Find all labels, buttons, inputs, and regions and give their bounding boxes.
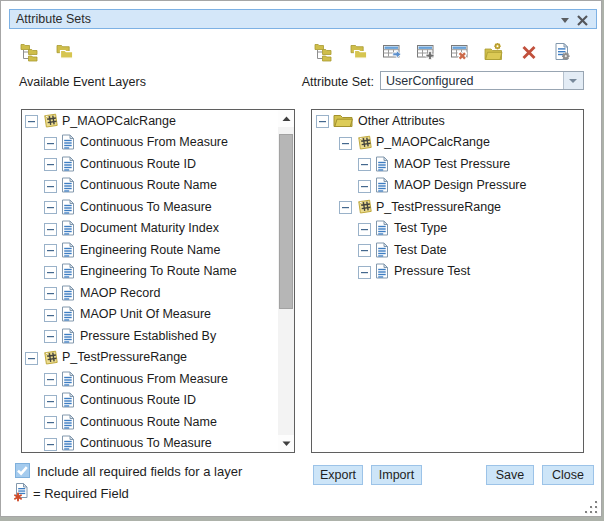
tree-item[interactable]: P_MAOPCalcRange xyxy=(22,110,278,132)
tree-item[interactable]: Continuous Route Name xyxy=(22,411,278,433)
tree-item-label: Document Maturity Index xyxy=(80,221,219,235)
collapse-event-layers-button[interactable] xyxy=(54,44,74,64)
export-button[interactable]: Export xyxy=(313,465,363,485)
required-field-legend: = Required Field xyxy=(33,486,129,501)
tree-item-label: Continuous Route Name xyxy=(80,178,217,192)
collapse-expander-icon[interactable] xyxy=(44,136,57,149)
tree-item-label: MAOP Design Pressure xyxy=(394,178,526,192)
collapse-expander-icon[interactable] xyxy=(44,308,57,321)
collapse-expander-icon[interactable] xyxy=(339,200,352,213)
close-button[interactable]: Close xyxy=(542,465,594,485)
field-icon xyxy=(61,156,77,172)
tree-item[interactable]: Pressure Established By xyxy=(22,325,278,347)
tree-item[interactable]: Other Attributes xyxy=(312,110,583,132)
field-icon xyxy=(61,220,77,236)
field-icon xyxy=(61,414,77,430)
tree-item[interactable]: Continuous From Measure xyxy=(22,132,278,154)
tree-item[interactable]: MAOP Unit Of Measure xyxy=(22,304,278,326)
titlebar-dropdown-icon[interactable] xyxy=(561,18,569,23)
field-icon xyxy=(61,392,77,408)
field-icon xyxy=(375,220,391,236)
tree-item[interactable]: P_TestPressureRange xyxy=(22,347,278,369)
tree-item[interactable]: P_MAOPCalcRange xyxy=(312,132,583,154)
delete-attribute-set-button[interactable] xyxy=(450,44,470,64)
collapse-expander-icon[interactable] xyxy=(44,200,57,213)
new-attribute-group-button[interactable] xyxy=(484,44,504,64)
dialog-titlebar[interactable]: Attribute Sets xyxy=(9,9,597,29)
collapse-expander-icon[interactable] xyxy=(44,265,57,278)
collapse-expander-icon[interactable] xyxy=(44,437,57,450)
tree-item-label: Continuous From Measure xyxy=(80,372,228,386)
copy-attribute-set-button[interactable] xyxy=(382,44,402,64)
layers-tree-icon xyxy=(20,42,40,66)
tree-item[interactable]: Test Date xyxy=(312,239,583,261)
left-panel-scrollbar[interactable] xyxy=(278,110,294,452)
attribute-set-properties-button[interactable] xyxy=(552,44,572,64)
tree-item[interactable]: Pressure Test xyxy=(312,261,583,283)
close-icon[interactable] xyxy=(576,13,589,26)
collapse-expander-icon[interactable] xyxy=(358,243,371,256)
collapse-expander-icon[interactable] xyxy=(358,157,371,170)
collapse-expander-icon[interactable] xyxy=(339,136,352,149)
tree-item-label: Continuous To Measure xyxy=(80,436,212,450)
folder-icon xyxy=(333,113,355,128)
tree-item-label: MAOP Unit Of Measure xyxy=(80,307,211,321)
tree-item[interactable]: Continuous Route ID xyxy=(22,390,278,412)
add-attribute-set-button[interactable] xyxy=(416,44,436,64)
collapse-expander-icon[interactable] xyxy=(358,265,371,278)
tree-item-label: Continuous To Measure xyxy=(80,200,212,214)
event-layer-icon xyxy=(356,135,373,150)
tree-item[interactable]: MAOP Test Pressure xyxy=(312,153,583,175)
tree-item[interactable]: Continuous To Measure xyxy=(22,196,278,218)
collapse-expander-icon[interactable] xyxy=(44,415,57,428)
field-icon xyxy=(61,371,77,387)
tree-item[interactable]: MAOP Record xyxy=(22,282,278,304)
collapse-expander-icon[interactable] xyxy=(44,286,57,299)
collapse-expander-icon[interactable] xyxy=(44,394,57,407)
scrollbar-thumb[interactable] xyxy=(279,134,293,309)
field-icon xyxy=(61,328,77,344)
collapse-expander-icon[interactable] xyxy=(44,372,57,385)
tree-item[interactable]: Engineering To Route Name xyxy=(22,261,278,283)
chevron-down-icon[interactable] xyxy=(563,72,583,89)
tree-item[interactable]: Continuous Route ID xyxy=(22,153,278,175)
import-button[interactable]: Import xyxy=(371,465,422,485)
collapse-expander-icon[interactable] xyxy=(358,222,371,235)
collapse-expander-icon[interactable] xyxy=(316,114,329,127)
tree-item[interactable]: Continuous Route Name xyxy=(22,175,278,197)
scroll-up-icon[interactable] xyxy=(278,110,294,127)
collapse-expander-icon[interactable] xyxy=(44,222,57,235)
collapse-expander-icon[interactable] xyxy=(25,351,38,364)
tree-item[interactable]: Document Maturity Index xyxy=(22,218,278,240)
table-delete-icon xyxy=(450,42,470,66)
field-icon xyxy=(375,156,391,172)
collapse-expander-icon[interactable] xyxy=(44,329,57,342)
tree-item-label: Engineering To Route Name xyxy=(80,264,237,278)
scroll-down-icon[interactable] xyxy=(278,435,294,452)
tree-item[interactable]: Continuous From Measure xyxy=(22,368,278,390)
collapse-expander-icon[interactable] xyxy=(25,114,38,127)
tree-item-label: Continuous Route Name xyxy=(80,415,217,429)
tree-item[interactable]: MAOP Design Pressure xyxy=(312,175,583,197)
attribute-set-dropdown[interactable]: UserConfigured xyxy=(380,71,584,90)
expand-event-layers-button[interactable] xyxy=(20,44,40,64)
collapse-expander-icon[interactable] xyxy=(44,179,57,192)
remove-item-button[interactable] xyxy=(519,44,539,64)
tree-item[interactable]: Continuous To Measure xyxy=(22,433,278,454)
save-button[interactable]: Save xyxy=(486,465,534,485)
collapse-expander-icon[interactable] xyxy=(44,157,57,170)
collapse-expander-icon[interactable] xyxy=(44,243,57,256)
tree-item-label: Continuous Route ID xyxy=(80,157,196,171)
tree-item[interactable]: P_TestPressureRange xyxy=(312,196,583,218)
collapse-expander-icon[interactable] xyxy=(358,179,371,192)
field-icon xyxy=(61,134,77,150)
collapse-attribute-tree-button[interactable] xyxy=(348,44,368,64)
tree-item[interactable]: Engineering Route Name xyxy=(22,239,278,261)
expand-attribute-tree-button[interactable] xyxy=(314,44,334,64)
resize-grip[interactable] xyxy=(585,500,598,513)
layers-tree-icon xyxy=(314,42,334,66)
tree-item-label: MAOP Record xyxy=(80,286,160,300)
field-icon xyxy=(61,242,77,258)
tree-item[interactable]: Test Type xyxy=(312,218,583,240)
include-required-fields-checkbox[interactable] xyxy=(15,463,30,478)
